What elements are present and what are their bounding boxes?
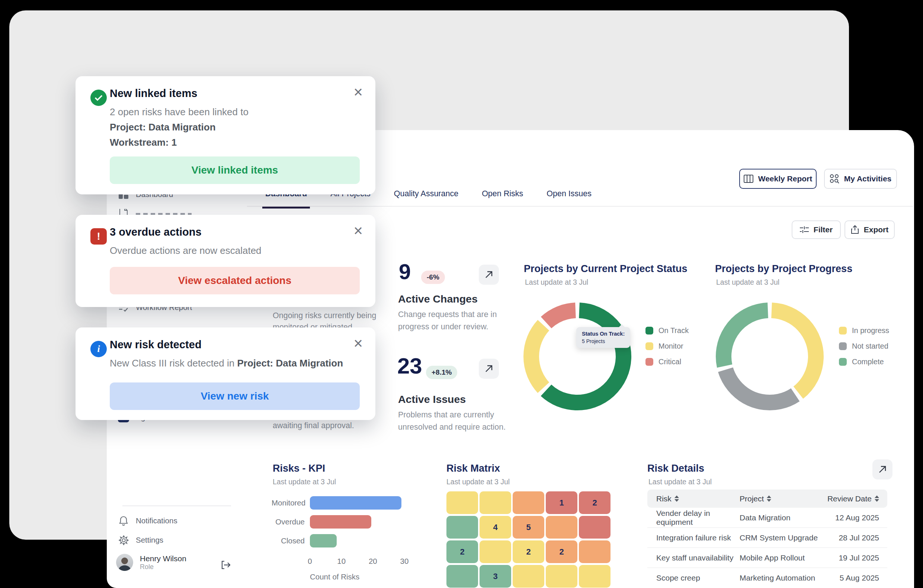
legend-item-in-progress: In progress [839, 326, 889, 335]
matrix-cell-green[interactable] [447, 516, 478, 539]
matrix-cell-yellow[interactable] [546, 565, 577, 588]
bar-track [310, 496, 411, 509]
arrow-up-right-icon [485, 365, 493, 373]
matrix-cell-green[interactable]: 3 [480, 565, 511, 588]
progress-donut-chart [715, 302, 824, 411]
matrix-cell-green[interactable]: 2 [447, 541, 478, 563]
matrix-cell-yellow[interactable] [480, 491, 511, 514]
donut-segment-not-started[interactable] [715, 302, 824, 411]
matrix-cell-yellow[interactable]: 4 [480, 516, 511, 539]
column-header-label: Risk [656, 494, 672, 503]
matrix-cell-yellow[interactable] [480, 541, 511, 563]
risk-matrix-grid: 12452223 [447, 491, 611, 588]
sidebar-item-notifications[interactable]: Notifications [118, 515, 241, 526]
x-tick: 0 [308, 557, 312, 566]
table-cell: 19 Jul 2025 [825, 554, 887, 562]
notification-body: New Class III risk detected in Project: … [110, 356, 343, 371]
column-header-review-date[interactable]: Review Date [825, 494, 887, 503]
view-linked-items-button[interactable]: View linked items [110, 156, 360, 184]
activities-icon [829, 174, 839, 183]
matrix-cell-orange[interactable] [512, 491, 544, 514]
logout-icon[interactable] [221, 560, 231, 570]
table-cell: 28 Jul 2025 [825, 533, 887, 542]
notification-body: 2 open risks have been linked to Project… [110, 105, 248, 150]
risk-details-table: RiskProjectReview Date Vender delay in e… [647, 490, 887, 588]
export-icon [851, 225, 859, 234]
notification-body: Overdue actions are now escalated [110, 243, 261, 258]
filter-button[interactable]: Filter [792, 220, 841, 239]
view-escalated-actions-button[interactable]: View escalated actions [110, 267, 360, 294]
matrix-cell-red[interactable]: 1 [546, 491, 577, 514]
notification-card-overdue-actions: ! 3 overdue actions × Overdue actions ar… [76, 215, 375, 307]
matrix-cell-green[interactable] [447, 565, 478, 588]
gear-icon [118, 534, 129, 545]
bar-overdue[interactable] [310, 515, 371, 529]
user-role: Role [140, 563, 186, 571]
legend-item-monitor: Monitor [645, 342, 689, 351]
bar-closed[interactable] [310, 534, 337, 547]
risks-kpi-subtitle: Last update at 3 Jul [273, 478, 336, 486]
table-row[interactable]: Integration failure riskCRM System Upgra… [647, 528, 887, 548]
risks-kpi-bar-chart: MonitoredOverdueClosed [272, 496, 411, 553]
matrix-cell-orange[interactable] [579, 541, 611, 563]
legend-swatch [839, 342, 847, 350]
notification-card-new-risk: i New risk detected × New Class III risk… [76, 328, 375, 420]
filter-label: Filter [814, 225, 833, 234]
matrix-cell-red[interactable] [579, 516, 611, 539]
risk-details-expand-button[interactable] [872, 459, 892, 480]
matrix-cell-yellow[interactable] [512, 565, 544, 588]
view-new-risk-button[interactable]: View new risk [110, 382, 360, 410]
bar-row-closed: Closed [272, 534, 411, 547]
active-changes-value: 9 [399, 261, 411, 282]
donut-segment-on-track[interactable] [529, 308, 626, 405]
matrix-cell-orange[interactable] [546, 516, 577, 539]
active-changes-title: Active Changes [398, 293, 478, 305]
table-row[interactable]: Vender delay in equipmentData Migration1… [647, 508, 887, 528]
active-issues-value: 23 [397, 355, 422, 377]
table-row[interactable]: Key staff unavailabilityMobile App Rollo… [647, 548, 887, 568]
column-header-label: Project [740, 494, 764, 503]
my-activities-button[interactable]: My Activities [824, 169, 897, 189]
bar-row-overdue: Overdue [272, 515, 411, 529]
status-chart-legend: On TrackMonitorCritical [645, 326, 689, 366]
export-button[interactable]: Export [844, 220, 895, 239]
sidebar-item-label: Notifications [136, 516, 177, 525]
close-icon[interactable]: × [353, 336, 363, 351]
close-icon[interactable]: × [353, 223, 363, 239]
matrix-cell-orange[interactable]: 2 [546, 541, 577, 563]
matrix-cell-yellow[interactable] [579, 565, 611, 588]
column-header-risk[interactable]: Risk [647, 494, 740, 503]
tabs-divider [247, 206, 913, 206]
matrix-cell-yellow[interactable]: 2 [512, 541, 544, 563]
donut-segment-critical[interactable] [523, 302, 632, 411]
table-cell: CRM System Upgrade [740, 533, 825, 542]
sidebar-item-settings[interactable]: Settings [118, 534, 241, 545]
user-name: Henry Wilson [140, 554, 186, 563]
notification-title: New linked items [110, 87, 197, 100]
active-issues-expand-button[interactable] [479, 359, 499, 379]
active-changes-expand-button[interactable] [479, 265, 499, 285]
table-body: Vender delay in equipmentData Migration1… [647, 508, 887, 588]
table-cell: Mobile App Rollout [740, 554, 825, 562]
weekly-report-button[interactable]: Weekly Report [739, 169, 816, 189]
success-check-icon [90, 90, 107, 106]
matrix-cell-orange[interactable]: 5 [512, 516, 544, 539]
weekly-report-label: Weekly Report [758, 174, 813, 183]
matrix-cell-yellow[interactable] [447, 491, 478, 514]
table-cell: Integration failure risk [647, 533, 740, 542]
donut-segment-complete[interactable] [715, 302, 824, 411]
alert-clipboard-icon: ! [90, 228, 107, 244]
table-row[interactable]: Scope creepMarketing Automation5 Aug 202… [647, 568, 887, 588]
bell-icon [118, 515, 129, 526]
close-icon[interactable]: × [353, 84, 363, 100]
donut-segment-monitor[interactable] [523, 302, 632, 411]
legend-item-critical: Critical [645, 357, 689, 366]
bar-monitored[interactable] [310, 496, 401, 509]
bar-row-monitored: Monitored [272, 496, 411, 509]
matrix-cell-red[interactable]: 2 [579, 491, 611, 514]
bar-track [310, 515, 411, 529]
tooltip-title: Status On Track: [582, 331, 625, 337]
column-header-label: Review Date [828, 494, 872, 503]
column-header-project[interactable]: Project [740, 494, 825, 503]
table-cell: Data Migration [740, 513, 825, 522]
